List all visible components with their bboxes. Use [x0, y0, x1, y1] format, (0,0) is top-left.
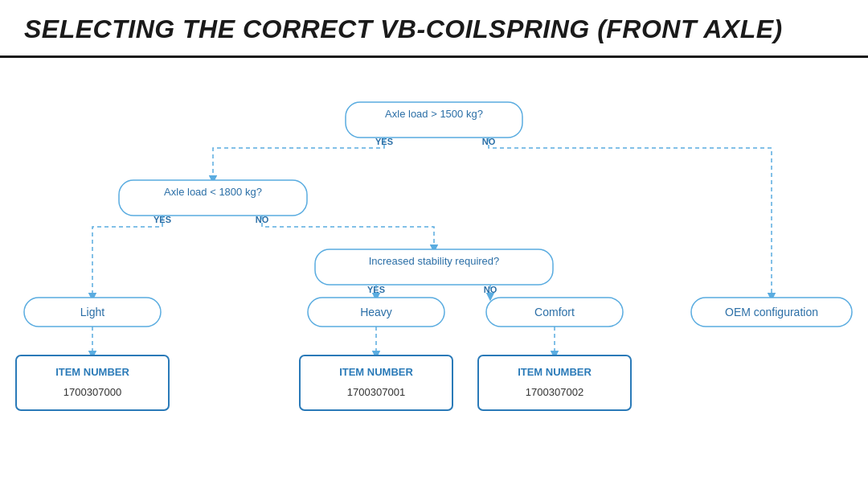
d2-yes-line: [92, 216, 162, 298]
light-label: Light: [80, 306, 104, 318]
item-1-label: ITEM NUMBER: [339, 366, 413, 378]
item-0-box: [16, 355, 169, 410]
flowchart-svg: Axle load > 1500 kg? YES NO Axle load < …: [0, 58, 868, 466]
item-2-label: ITEM NUMBER: [518, 366, 592, 378]
item-0-number: 1700307000: [63, 386, 121, 398]
title-bar: SELECTING THE CORRECT VB-CoilSpring (FRO…: [0, 0, 868, 58]
item-1-number: 1700307001: [347, 386, 405, 398]
item-1-box: [300, 355, 452, 410]
d2-no-line: [262, 216, 434, 249]
comfort-label: Comfort: [534, 306, 575, 318]
decision-2-text: Axle load < 1800 kg?: [164, 186, 262, 198]
decision-1-text: Axle load > 1500 kg?: [385, 108, 483, 120]
page: SELECTING THE CORRECT VB-CoilSpring (FRO…: [0, 0, 868, 489]
item-2-number: 1700307002: [526, 386, 583, 398]
page-title: SELECTING THE CORRECT VB-CoilSpring (FRO…: [24, 14, 783, 44]
heavy-label: Heavy: [360, 306, 392, 318]
d1-yes-line: [213, 138, 384, 180]
diagram-area: Axle load > 1500 kg? YES NO Axle load < …: [0, 58, 868, 466]
item-0-label: ITEM NUMBER: [55, 366, 129, 378]
decision-3-text: Increased stability required?: [369, 255, 500, 267]
item-2-box: [478, 355, 631, 410]
oem-label: OEM configuration: [725, 306, 818, 318]
